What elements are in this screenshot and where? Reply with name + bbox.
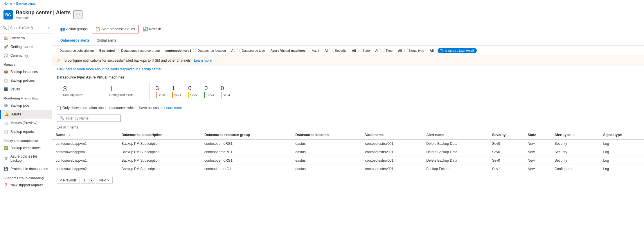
sidebar-item-protectable-datasources[interactable]: 💾 Protectable datasources [0, 165, 52, 173]
action-groups-button[interactable]: 👥 Action groups [57, 25, 91, 33]
filter-type[interactable]: Type == All [383, 48, 404, 53]
page-chevron[interactable]: ▼ [88, 178, 95, 183]
page-title: Backup center | Alerts [16, 10, 71, 16]
backup-instances-icon: 📦 [3, 69, 8, 74]
sidebar-item-community[interactable]: 💬 Community [0, 51, 52, 60]
cell-alert-type: Configured [551, 165, 600, 173]
result-count: 1-4 of 4 items [52, 124, 644, 131]
cell-alert-name: Delete Backup Data [423, 140, 489, 148]
cell-resource-group: contosodemoRG1 [201, 148, 292, 156]
breadcrumb-home[interactable]: Home [3, 2, 12, 5]
col-header-alert-type[interactable]: Alert type ↑↓ [551, 131, 600, 140]
action-groups-icon: 👥 [60, 27, 65, 31]
search-input[interactable] [8, 25, 46, 31]
access-filter-link[interactable]: Learn more [164, 106, 182, 110]
sidebar-item-label: Backup jobs [10, 104, 29, 108]
sev1-count: 1 [172, 85, 175, 92]
col-header-severity: Severity [489, 131, 524, 140]
filter-state[interactable]: State == All [360, 48, 382, 53]
tab-global-alerts[interactable]: Global alerts [93, 36, 120, 45]
sort-icon-name: ↑↓ [67, 133, 70, 137]
cell-state: New [524, 148, 551, 156]
access-filter-label: Only show information about datasources … [62, 106, 163, 110]
sidebar-item-vaults[interactable]: 🗄️ Vaults [0, 85, 52, 94]
sidebar-item-getting-started[interactable]: 🚀 Getting started [0, 42, 52, 51]
sidebar-item-metrics[interactable]: 📊 Metrics (Preview) [0, 119, 52, 127]
sidebar-item-backup-reports[interactable]: 📑 Backup reports [0, 127, 52, 136]
sidebar-item-new-support[interactable]: ❓ New support request [0, 181, 52, 190]
sidebar-section-manage: Manage [0, 60, 52, 67]
sidebar-item-overview[interactable]: 🏠 Overview [0, 34, 52, 42]
alert-processing-rules-label: Alert processing rules [101, 27, 135, 31]
filter-signal-type[interactable]: Signal type == All [406, 48, 436, 53]
sev3-label: Sev3 [206, 93, 214, 97]
cell-subscription: Backup PM Subscription [118, 140, 201, 148]
sidebar-item-label: Vaults [10, 87, 20, 91]
alert-banner: ⚠ To configure notifications for success… [52, 56, 644, 65]
severity-bars: 3 Sev0 1 Sev1 0 [150, 82, 236, 101]
filter-datasource-type[interactable]: Datasource type == Azure Virtual machine… [239, 48, 308, 53]
tab-datasource-alerts[interactable]: Datasource alerts [57, 36, 93, 45]
col-header-signal-type: Signal type [600, 131, 644, 140]
sidebar-item-backup-compliance[interactable]: ✅ Backup compliance [0, 144, 52, 152]
sev3-item: 0 Sev3 [204, 85, 214, 98]
cell-name: contosowebappvm1 [52, 140, 118, 148]
alert-processing-rules-button[interactable]: 📋 Alert processing rules [92, 25, 138, 33]
col-header-name[interactable]: Name ↑↓ [52, 131, 118, 140]
summary-card-security[interactable]: 3 Security alerts [57, 82, 103, 101]
alert-banner-text: To configure notifications for successfu… [63, 58, 192, 63]
sidebar-item-alerts[interactable]: 🔔 Alerts [0, 110, 52, 119]
sidebar-item-backup-policies[interactable]: 📋 Backup policies [0, 76, 52, 85]
toolbar: 👥 Action groups 📋 Alert processing rules… [52, 22, 644, 36]
sidebar-item-backup-jobs[interactable]: ⚙️ Backup jobs [0, 101, 52, 110]
search-icon: 🔍 [2, 26, 7, 30]
breadcrumb-current[interactable]: Backup center [16, 2, 37, 5]
sev2-label: Sev2 [190, 93, 197, 97]
sev4-label: Sev4 [223, 93, 230, 97]
filter-by-name-input[interactable] [66, 116, 118, 120]
filter-location[interactable]: Datasource location == All [195, 48, 238, 53]
tab-bar: Datasource alerts Global alerts [52, 36, 644, 46]
cell-name: contosowebappvm1 [52, 148, 118, 156]
col-header-subscription: Datasource subscription [118, 131, 201, 140]
filter-resource-group[interactable]: Datasource resource group == contosodemo… [118, 48, 194, 53]
sidebar-section-monitoring: Monitoring + reporting [0, 94, 52, 101]
alerts-icon: 🔔 [4, 112, 9, 117]
alerts-table: Name ↑↓ Datasource subscription Datasour… [52, 131, 644, 173]
table-row[interactable]: contosowebappvm1Backup PM Subscriptionco… [52, 140, 644, 148]
metrics-icon: 📊 [3, 121, 8, 125]
filter-subscription[interactable]: Datasource subscription == 5 selected [57, 48, 117, 53]
access-filter-checkbox[interactable] [57, 106, 61, 110]
cell-resource-group: contosodemoRG1 [201, 156, 292, 165]
table-row[interactable]: contosowebappvm2Backup PM Subscriptionco… [52, 165, 644, 173]
configured-alerts-label: Configured alerts [109, 93, 144, 97]
filter-vault[interactable]: Vault == All [310, 48, 331, 53]
page-select[interactable]: 1 ▼ [81, 177, 95, 184]
table-row[interactable]: contosowebappvm1Backup PM Subscriptionco… [52, 148, 644, 156]
sidebar-collapse-button[interactable]: « [47, 26, 50, 30]
sidebar: 🔍 « 🏠 Overview 🚀 Getting started 💬 Commu… [0, 22, 52, 229]
sev2-count: 0 [188, 85, 191, 92]
previous-button[interactable]: < Previous [57, 177, 80, 184]
summary-card-configured[interactable]: 1 Configured alerts [103, 82, 150, 101]
table-header: Name ↑↓ Datasource subscription Datasour… [52, 131, 644, 140]
filter-input-row: 🔍 [52, 112, 644, 124]
sidebar-item-backup-instances[interactable]: 📦 Backup instances [0, 67, 52, 76]
cell-vault-name: contosotestrsv001 [362, 140, 423, 148]
sidebar-item-label: Community [10, 54, 28, 58]
cell-severity: Sev0 [489, 156, 524, 165]
filter-severity[interactable]: Severity == All [332, 48, 359, 53]
sidebar-item-azure-policies[interactable]: 🛡️ Azure policies for backup [0, 152, 52, 165]
security-alerts-label: Security alerts [63, 93, 97, 97]
vaults-icon: 🗄️ [3, 87, 8, 92]
sev0-label: Sev0 [158, 93, 165, 97]
filter-time-range[interactable]: Time range : Last week [438, 48, 477, 53]
filter-input-wrapper: 🔍 [57, 115, 121, 122]
alert-banner-link[interactable]: Learn more [194, 58, 212, 63]
app-header: BC Backup center | Alerts Microsoft ··· [0, 7, 644, 22]
refresh-button[interactable]: 🔄 Refresh [140, 25, 164, 33]
more-button[interactable]: ··· [73, 10, 82, 19]
next-button[interactable]: Next > [96, 177, 113, 184]
info-link[interactable]: Click here to learn more about the alert… [52, 65, 644, 73]
table-row[interactable]: contosowebappvm1Backup PM Subscriptionco… [52, 156, 644, 165]
